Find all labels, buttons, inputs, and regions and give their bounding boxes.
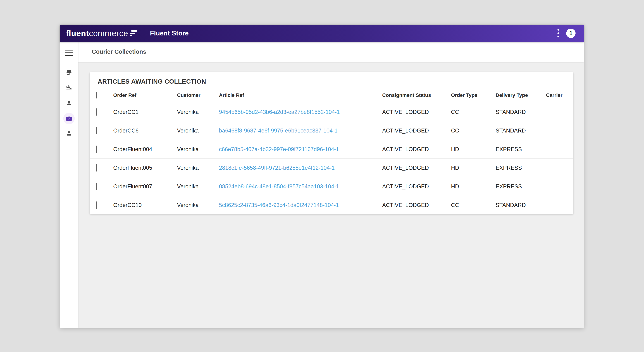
cell-order-type: HD [451, 183, 496, 190]
cell-order-type: HD [451, 146, 496, 153]
breadcrumb: Courier Collections [92, 48, 146, 55]
table-row: OrderCC6 Veronika ba6468f8-9687-4e6f-997… [90, 121, 574, 140]
column-header-order-type: Order Type [451, 92, 496, 98]
table-row: OrderFluent005 Veronika 2818c1fe-5658-49… [90, 158, 574, 177]
card-title: ARTICLES AWAITING COLLECTION [90, 72, 574, 88]
cell-order-ref: OrderFluent005 [113, 165, 177, 171]
article-ref-link[interactable]: c66e78b5-407a-4b32-997e-09f721167d96-104… [219, 146, 339, 152]
cell-consignment-status: ACTIVE_LODGED [382, 202, 451, 208]
cell-order-ref: OrderFluent007 [113, 183, 177, 190]
row-checkbox[interactable] [96, 108, 97, 116]
topbar: Courier Collections [78, 42, 584, 62]
cell-order-ref: OrderCC10 [113, 202, 177, 208]
cell-customer: Veronika [177, 146, 219, 153]
person-icon [66, 100, 72, 107]
person-icon [66, 130, 72, 137]
sidebar-item-courier-collections[interactable] [63, 113, 75, 124]
cell-customer: Veronika [177, 202, 219, 208]
cell-order-type: CC [451, 127, 496, 134]
column-header-order-ref: Order Ref [113, 92, 177, 98]
sidebar-item-arrivals[interactable] [63, 82, 75, 94]
storefront-icon [66, 69, 72, 76]
row-checkbox[interactable] [96, 146, 97, 153]
column-header-carrier: Carrier [546, 92, 574, 98]
cell-consignment-status: ACTIVE_LODGED [382, 146, 451, 153]
row-checkbox[interactable] [96, 164, 97, 172]
hamburger-menu-icon[interactable] [65, 50, 73, 56]
sidebar-item-store[interactable] [63, 67, 75, 79]
notification-badge[interactable]: 1 [566, 29, 576, 38]
article-ref-link[interactable]: 2818c1fe-5658-49ff-9721-b6255e1e4f12-104… [219, 165, 335, 171]
column-header-delivery-type: Delivery Type [496, 92, 546, 98]
cell-customer: Veronika [177, 109, 219, 115]
cell-consignment-status: ACTIVE_LODGED [382, 109, 451, 115]
table-header-row: Order Ref Customer Article Ref Consignme… [90, 88, 574, 103]
header-divider [144, 28, 144, 38]
cell-consignment-status: ACTIVE_LODGED [382, 183, 451, 190]
cell-order-ref: OrderCC6 [113, 127, 177, 134]
flight-land-icon [66, 84, 72, 92]
table-row: OrderCC10 Veronika 5c8625c2-8735-46a6-93… [90, 196, 574, 214]
cell-delivery-type: STANDARD [496, 202, 546, 208]
row-checkbox[interactable] [96, 201, 97, 209]
cell-delivery-type: EXPRESS [496, 165, 546, 171]
cell-order-type: HD [451, 165, 496, 171]
article-ref-link[interactable]: 5c8625c2-8735-46a6-93c4-1da0f2477148-104… [219, 202, 339, 208]
column-header-article-ref: Article Ref [219, 92, 382, 98]
sidebar [60, 42, 78, 328]
cell-order-type: CC [451, 109, 496, 115]
sidebar-item-customer[interactable] [63, 98, 75, 109]
article-ref-link[interactable]: 9454b65b-95d2-43b6-a2d3-ea27be8f1552-104… [219, 109, 340, 115]
cell-customer: Veronika [177, 183, 219, 190]
row-checkbox[interactable] [96, 127, 97, 134]
briefcase-next-icon [66, 115, 72, 122]
sidebar-item-profile[interactable] [63, 128, 75, 139]
cell-delivery-type: EXPRESS [496, 183, 546, 190]
cell-order-ref: OrderFluent004 [113, 146, 177, 153]
select-all-checkbox[interactable] [96, 92, 97, 98]
app-window: fluentcommerce Fluent Store 1 [60, 25, 584, 328]
cell-customer: Veronika [177, 165, 219, 171]
article-ref-link[interactable]: 08524eb8-694c-48e1-8504-f857c54aa103-104… [219, 183, 339, 190]
brand-wordmark-bold: fluent [66, 29, 89, 38]
kebab-menu-icon[interactable] [556, 27, 561, 39]
cell-consignment-status: ACTIVE_LODGED [382, 127, 451, 134]
brand-wordmark-light: commerce [89, 29, 128, 38]
main-area: Courier Collections ARTICLES AWAITING CO… [78, 42, 584, 328]
fluent-logo-mark-icon [130, 30, 137, 36]
table-row: OrderFluent007 Veronika 08524eb8-694c-48… [90, 177, 574, 196]
app-title: Fluent Store [150, 29, 189, 37]
brand-wordmark: fluentcommerce [66, 28, 128, 38]
brand-logo: fluentcommerce [66, 28, 137, 38]
cell-order-ref: OrderCC1 [113, 109, 177, 115]
table-row: OrderCC1 Veronika 9454b65b-95d2-43b6-a2d… [90, 103, 574, 121]
cell-delivery-type: EXPRESS [496, 146, 546, 153]
articles-card: ARTICLES AWAITING COLLECTION Order Ref C… [90, 72, 574, 214]
cell-delivery-type: STANDARD [496, 127, 546, 134]
article-ref-link[interactable]: ba6468f8-9687-4e6f-9975-e6b91ceac337-104… [219, 127, 338, 134]
cell-consignment-status: ACTIVE_LODGED [382, 165, 451, 171]
column-header-customer: Customer [177, 92, 219, 98]
cell-customer: Veronika [177, 127, 219, 134]
column-header-consignment-status: Consignment Status [382, 92, 451, 98]
header-bar: fluentcommerce Fluent Store 1 [60, 25, 584, 42]
cell-order-type: CC [451, 202, 496, 208]
row-checkbox[interactable] [96, 183, 97, 190]
cell-delivery-type: STANDARD [496, 109, 546, 115]
content-area: ARTICLES AWAITING COLLECTION Order Ref C… [78, 62, 584, 328]
table-row: OrderFluent004 Veronika c66e78b5-407a-4b… [90, 140, 574, 158]
